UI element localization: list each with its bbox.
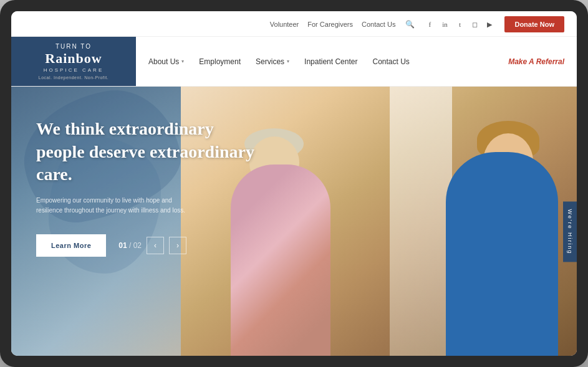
device-frame: Volunteer For Caregivers Contact Us 🔍 f …	[0, 0, 588, 367]
slide-counter: 01 / 02	[118, 241, 142, 250]
logo-rainbow: Rainbow	[45, 51, 102, 66]
twitter-icon[interactable]: t	[455, 19, 465, 29]
chevron-down-icon: ▾	[181, 59, 184, 64]
top-bar: Volunteer For Caregivers Contact Us 🔍 f …	[11, 11, 577, 37]
facebook-icon[interactable]: f	[425, 19, 435, 29]
nav-employment[interactable]: Employment	[199, 55, 241, 69]
nurse-figure	[433, 140, 558, 356]
slider-controls: 01 / 02 ‹ ›	[118, 237, 186, 254]
hero-actions: Learn More 01 / 02 ‹ ›	[36, 234, 261, 257]
nav-area: About Us ▾ Employment Services ▾ Inpatie…	[136, 37, 577, 86]
social-icons: f in t ◻ ▶	[425, 19, 494, 29]
search-icon[interactable]: 🔍	[405, 20, 415, 29]
nav-about-us[interactable]: About Us ▾	[148, 55, 184, 69]
header: Turn to Rainbow Hospice Care Local. Inde…	[11, 37, 577, 87]
slide-next-button[interactable]: ›	[169, 237, 186, 254]
for-caregivers-link[interactable]: For Caregivers	[307, 21, 353, 28]
hero-subtitle: Empowering our community to live with ho…	[36, 196, 186, 216]
browser-content: Volunteer For Caregivers Contact Us 🔍 f …	[11, 11, 577, 356]
logo-tagline: Local. Independent. Non-Profit.	[39, 75, 108, 80]
we-are-hiring-tab[interactable]: We're Hiring	[563, 201, 577, 262]
hero-text-block: We think extraordinary people deserve ex…	[36, 118, 261, 257]
instagram-icon[interactable]: ◻	[470, 19, 480, 29]
slide-separator-total: / 02	[129, 241, 142, 250]
volunteer-link[interactable]: Volunteer	[270, 21, 299, 28]
logo-turn-to: Turn to	[55, 43, 92, 50]
logo-area: Turn to Rainbow Hospice Care Local. Inde…	[11, 37, 136, 86]
contact-us-top-link[interactable]: Contact Us	[362, 21, 395, 28]
nav-services[interactable]: Services ▾	[256, 55, 289, 69]
linkedin-icon[interactable]: in	[440, 19, 450, 29]
hero-section: We think extraordinary people deserve ex…	[11, 87, 577, 356]
youtube-icon[interactable]: ▶	[484, 19, 494, 29]
slide-current: 01	[118, 241, 127, 250]
hero-headline: We think extraordinary people deserve ex…	[36, 118, 261, 186]
make-referral-link[interactable]: Make A Referral	[508, 57, 564, 66]
logo-hospice-care: Hospice Care	[44, 67, 104, 73]
nurse-body	[446, 152, 558, 356]
slide-prev-button[interactable]: ‹	[147, 237, 164, 254]
top-bar-links: Volunteer For Caregivers Contact Us	[270, 21, 396, 28]
nav-inpatient-center[interactable]: Inpatient Center	[304, 55, 357, 69]
chevron-down-icon: ▾	[287, 59, 289, 64]
nav-contact-us[interactable]: Contact Us	[372, 55, 409, 69]
donate-button[interactable]: Donate Now	[504, 16, 564, 32]
learn-more-button[interactable]: Learn More	[36, 234, 106, 257]
